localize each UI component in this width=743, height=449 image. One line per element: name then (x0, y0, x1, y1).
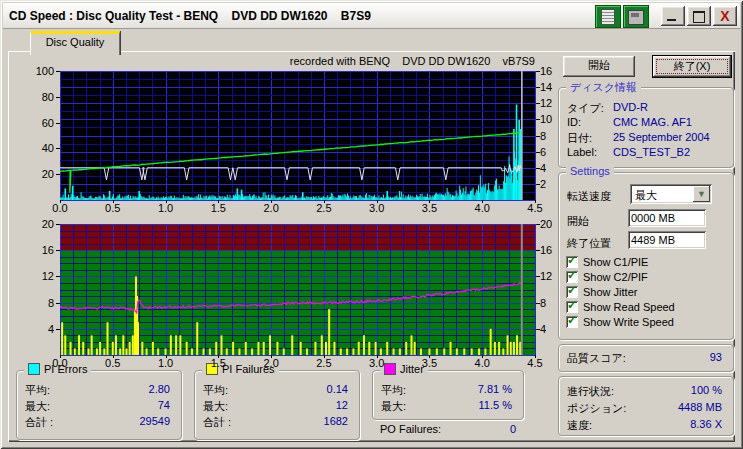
titlebar[interactable]: CD Speed : Disc Quality Test - BENQ DVD … (3, 3, 740, 29)
top-chart-x-tick: 3.5 (416, 202, 442, 214)
checkbox-show-write-speed[interactable]: ✓Show Write Speed (566, 315, 674, 329)
info-row: 速度:8.36 X (567, 418, 724, 432)
row-label: 最大: (25, 399, 50, 414)
top-chart-x-tick: 4.5 (522, 202, 548, 214)
transfer-speed-select[interactable]: 最大 ▼ (630, 184, 712, 204)
chart-recorded-with-label: recorded with BENQ DVD DD DW1620 vB7S9 (250, 55, 535, 67)
drive-info-icon-art (628, 10, 644, 25)
progress-group: 進行状況:100 %ポジション:4488 MB速度:8.36 X (558, 376, 734, 436)
tick-mark (56, 224, 60, 225)
quality-score-label: 品質スコア: (567, 351, 626, 366)
maximize-button[interactable] (687, 6, 711, 26)
end-position-input[interactable] (628, 231, 706, 249)
row-value: 1682 (324, 415, 348, 427)
check-icon: ✓ (567, 298, 577, 312)
minimize-button[interactable] (661, 6, 685, 26)
bottom-chart-x-tick: 2.0 (258, 357, 284, 369)
bottom-chart-x-tick: 1.0 (153, 357, 179, 369)
row-label: ポジション: (567, 401, 626, 416)
tick-mark (536, 184, 540, 185)
po-failures-row: PO Failures: 0 (380, 423, 518, 437)
tab-disc-quality[interactable]: Disc Quality (30, 31, 120, 55)
tick-mark (429, 200, 430, 203)
tick-mark (60, 200, 61, 203)
cd-info-icon[interactable] (595, 5, 621, 28)
bottom-chart-left-tick: 8 (20, 297, 54, 309)
info-row: 進行状況:100 % (567, 384, 724, 398)
row-label: 合計 : (25, 415, 53, 430)
tick-mark (56, 123, 60, 124)
check-icon: ✓ (567, 283, 577, 297)
exit-button-label: 終了(X) (656, 59, 728, 74)
info-row: ID:CMC MAG. AF1 (567, 116, 724, 130)
po-failures-value: 0 (510, 423, 516, 435)
tick-mark (536, 224, 540, 225)
pi-failures-group: PI Failures 平均:0.14最大:12合計 :1682 (194, 370, 360, 440)
checkbox-show-jitter[interactable]: ✓Show Jitter (566, 285, 637, 299)
checkbox-show-read-speed[interactable]: ✓Show Read Speed (566, 300, 675, 314)
row-label: 平均: (203, 383, 228, 398)
check-icon: ✓ (567, 268, 577, 282)
check-icon: ✓ (567, 253, 577, 267)
check-icon: ✓ (567, 313, 577, 327)
tick-mark (429, 355, 430, 358)
info-row: 合計 :29549 (25, 415, 172, 429)
close-button[interactable]: X (713, 6, 737, 26)
chevron-down-icon[interactable]: ▼ (693, 186, 710, 202)
info-row: タイプ:DVD-R (567, 101, 724, 115)
row-value: 25 September 2004 (613, 131, 710, 143)
row-value: 2.80 (149, 383, 170, 395)
row-value: 100 % (691, 384, 722, 396)
row-label: ID: (567, 116, 581, 128)
top-chart-left-tick: 100 (20, 65, 54, 77)
tick-mark (535, 200, 536, 203)
start-position-input[interactable] (628, 209, 706, 227)
row-label: 最大: (203, 399, 228, 414)
tick-mark (536, 329, 540, 330)
row-value: 11.5 % (479, 399, 512, 411)
checkbox-box-show-write-speed[interactable]: ✓ (566, 316, 578, 328)
bottom-chart-x-tick: 3.5 (416, 357, 442, 369)
checkbox-box-show-c1-pie[interactable]: ✓ (566, 256, 578, 268)
info-row: 最大:74 (25, 399, 172, 413)
checkbox-box-show-read-speed[interactable]: ✓ (566, 301, 578, 313)
settings-group: Settings 転送速度 最大 ▼ 開始 終了位置 ✓Show C1/PIE✓… (558, 172, 734, 340)
row-label: 日付: (567, 131, 592, 146)
row-value: 12 (336, 399, 348, 411)
row-value: DVD-R (613, 101, 648, 113)
row-value: CMC MAG. AF1 (613, 116, 692, 128)
checkbox-label: Show C2/PIF (583, 271, 648, 283)
settings-group-title: Settings (566, 165, 614, 177)
top-chart-x-tick: 4.0 (469, 202, 495, 214)
tick-mark (482, 200, 483, 203)
maximize-icon (693, 11, 705, 23)
top-chart-x-tick: 0.0 (47, 202, 73, 214)
checkbox-show-c1-pie[interactable]: ✓Show C1/PIE (566, 255, 648, 269)
top-chart-left-tick: 80 (20, 91, 54, 103)
exit-button[interactable]: 終了(X) (653, 56, 731, 77)
tick-mark (536, 250, 540, 251)
info-row: 合計 :1682 (203, 415, 350, 429)
row-value: CDS_TEST_B2 (613, 146, 690, 158)
drive-info-icon[interactable] (623, 5, 649, 28)
top-chart-right-tick: 2 (540, 178, 564, 190)
top-chart-x-tick: 1.5 (205, 202, 231, 214)
tick-mark (324, 355, 325, 358)
row-label: タイプ: (567, 101, 604, 116)
info-row: 最大:12 (203, 399, 350, 413)
checkbox-box-show-jitter[interactable]: ✓ (566, 286, 578, 298)
start-button[interactable]: 開始 (563, 56, 635, 77)
row-label: 速度: (567, 418, 592, 433)
top-chart-x-tick: 1.0 (153, 202, 179, 214)
top-chart-right-tick: 6 (540, 146, 564, 158)
row-label: 進行状況: (567, 384, 614, 399)
tick-mark (56, 276, 60, 277)
tick-mark (377, 200, 378, 203)
top-chart-left-tick: 40 (20, 142, 54, 154)
bottom-chart-right-tick: 4 (540, 323, 564, 335)
checkbox-show-c2-pif[interactable]: ✓Show C2/PIF (566, 270, 648, 284)
bottom-chart-x-tick: 0.5 (100, 357, 126, 369)
checkbox-label: Show Write Speed (583, 316, 674, 328)
checkbox-box-show-c2-pif[interactable]: ✓ (566, 271, 578, 283)
checkbox-label: Show Jitter (583, 286, 637, 298)
